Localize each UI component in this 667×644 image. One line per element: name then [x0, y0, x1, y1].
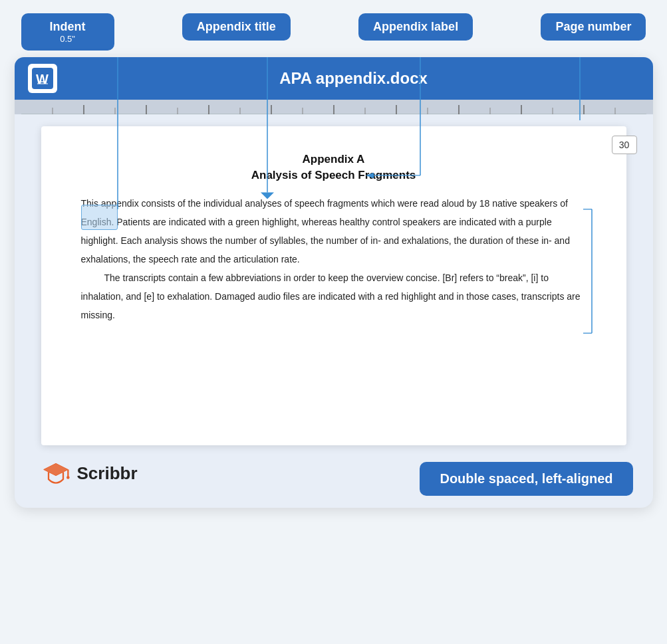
- appendix-label-badge: Appendix label: [358, 13, 473, 41]
- labels-row: Indent 0.5" Appendix title Appendix labe…: [15, 13, 653, 51]
- page-number-box: 30: [612, 136, 637, 154]
- appendix-label-label: Appendix label: [373, 20, 458, 33]
- svg-point-27: [67, 476, 70, 479]
- indent-badge: Indent 0.5": [21, 13, 114, 51]
- page-number-value: 30: [619, 140, 630, 150]
- indent-sub-label: 0.5": [36, 34, 100, 44]
- appendix-title-label: Appendix title: [197, 20, 276, 33]
- scribbr-icon: [41, 459, 70, 488]
- indent-label: Indent: [50, 20, 86, 33]
- ruler: [15, 100, 653, 114]
- svg-marker-24: [43, 463, 68, 475]
- svg-rect-3: [37, 83, 48, 84]
- document-body: 30 Appendix A Analysis of Speech Fragmen…: [41, 126, 626, 445]
- svg-rect-2: [39, 81, 47, 82]
- paragraph-1: This appendix consists of the individual…: [81, 194, 587, 268]
- paragraph-2: The transcripts contain a few abbreviati…: [81, 268, 587, 324]
- document-card: W APA appendix.docx: [15, 57, 653, 508]
- scribbr-name: Scribbr: [77, 463, 138, 484]
- page-number-label: Page number: [555, 20, 631, 33]
- appendix-title-line: Analysis of Speech Fragments: [81, 169, 587, 182]
- appendix-label-line: Appendix A: [81, 153, 587, 166]
- word-icon: W: [28, 64, 57, 93]
- ruler-marks: [21, 100, 646, 114]
- appendix-label-text: Appendix A: [303, 153, 365, 165]
- indent-highlight-box: [81, 205, 118, 230]
- body-text-area: This appendix consists of the individual…: [81, 194, 587, 324]
- paragraph-2-text: The transcripts contain a few abbreviati…: [81, 272, 581, 320]
- document-filename: APA appendix.docx: [68, 69, 640, 88]
- paragraph-1-text: This appendix consists of the individual…: [81, 198, 570, 265]
- page-number-badge: Page number: [541, 13, 646, 41]
- appendix-title-text: Analysis of Speech Fragments: [251, 169, 416, 181]
- bottom-badge: Double spaced, left-aligned: [420, 462, 632, 496]
- appendix-title-badge: Appendix title: [182, 13, 291, 41]
- word-header: W APA appendix.docx: [15, 57, 653, 100]
